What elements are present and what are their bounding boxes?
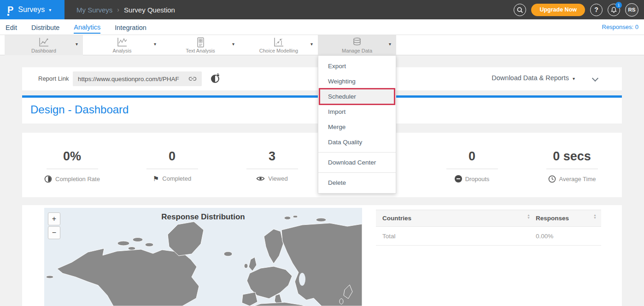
map-title: Response Distribution	[44, 212, 362, 222]
tab-manage-data[interactable]: Manage Data ▾	[318, 35, 396, 55]
tab-label: Choice Modelling	[240, 48, 318, 54]
product-nav: Edit Distribute Analytics Integration Re…	[0, 19, 644, 35]
menu-item-data-quality[interactable]: Data Quality	[318, 135, 396, 150]
link-icon[interactable]	[188, 75, 197, 83]
caret-down-icon: ▾	[573, 76, 575, 81]
page-title: Design - Dashboard	[30, 103, 129, 116]
menu-item-merge[interactable]: Merge	[318, 119, 396, 135]
tab-label: Text Analysis	[161, 48, 240, 54]
responses-count: Responses: 0	[602, 24, 639, 30]
stat-value: 0%	[22, 149, 122, 164]
menu-item-scheduler[interactable]: Scheduler	[318, 89, 396, 104]
top-bar: P Surveys ▾ My Surveys › Survey Question…	[0, 0, 644, 19]
menu-divider	[318, 152, 396, 153]
topbar-actions: Upgrade Now ? 1 RS	[514, 0, 638, 19]
upgrade-now-button[interactable]: Upgrade Now	[531, 4, 585, 16]
tab-dashboard[interactable]: Dashboard ▾	[5, 35, 83, 55]
report-link-label: Report Link	[38, 75, 69, 82]
stat-dropouts: 0 Dropouts	[422, 133, 522, 197]
total-label: Total	[382, 227, 396, 246]
tab-label: Dashboard	[5, 48, 83, 54]
question-mark-icon: ?	[594, 6, 598, 13]
breadcrumb: My Surveys › Survey Question	[76, 0, 175, 19]
download-data-reports-dropdown[interactable]: Download Data & Reports▾	[492, 74, 575, 82]
breadcrumb-separator-icon: ›	[117, 6, 119, 13]
surveys-product-switcher[interactable]: P Surveys ▾	[0, 0, 64, 19]
tab-label: Analysis	[83, 48, 161, 54]
questionpro-logo-icon: P	[7, 5, 13, 14]
minus-circle-icon	[455, 175, 462, 182]
column-header-countries[interactable]: Countries	[382, 210, 411, 226]
report-link-input[interactable]	[73, 71, 202, 86]
stat-average-time: 0 secs Average Time	[522, 133, 622, 197]
stat-label: Average Time	[559, 176, 596, 182]
database-icon	[351, 37, 363, 48]
dashboard-chart-icon	[38, 37, 50, 48]
nav-item-analytics[interactable]: Analytics	[74, 21, 100, 34]
tab-analysis[interactable]: Analysis ▾	[83, 35, 161, 55]
stat-value: 0	[122, 149, 222, 164]
clock-icon	[548, 175, 556, 183]
analytics-toolbar: Dashboard ▾ Analysis ▾ Text Analysis ▾ C…	[0, 35, 644, 55]
stat-value: 3	[222, 149, 322, 164]
sort-icon[interactable]: ▲▼	[593, 214, 597, 219]
avatar[interactable]: RS	[625, 3, 638, 17]
flag-icon: ⚑	[153, 175, 159, 182]
download-data-reports-label: Download Data & Reports	[492, 74, 569, 82]
zoom-in-button[interactable]: +	[48, 212, 60, 225]
caret-down-icon[interactable]: ▾	[76, 41, 78, 47]
menu-item-weighting[interactable]: Weighting	[318, 74, 396, 89]
menu-divider	[318, 172, 396, 173]
caret-down-icon[interactable]: ▾	[232, 41, 234, 47]
manage-data-menu: Export Weighting Scheduler Import Merge …	[318, 55, 396, 194]
search-icon	[516, 6, 523, 13]
stat-viewed: 3 Viewed	[222, 133, 322, 197]
help-button[interactable]: ?	[590, 4, 603, 16]
column-header-responses[interactable]: Responses	[536, 210, 569, 226]
world-map-svg	[44, 208, 362, 306]
chevron-down-icon[interactable]	[592, 76, 598, 81]
globe-lock-icon[interactable]	[210, 73, 221, 84]
breadcrumb-survey-question: Survey Question	[124, 6, 175, 14]
stat-value: 0	[422, 149, 522, 164]
table-row-total: Total 0.00%	[376, 227, 601, 246]
menu-item-delete[interactable]: Delete	[318, 175, 396, 190]
stat-completion-rate: 0% Completion Rate	[22, 133, 122, 197]
map-zoom-controls: + −	[48, 212, 60, 239]
zoom-out-button[interactable]: −	[48, 226, 60, 239]
contrast-icon	[44, 175, 52, 183]
nav-item-integration[interactable]: Integration	[115, 21, 146, 33]
countries-table-header: Countries ▲▼ Responses ▲▼	[376, 210, 601, 227]
caret-down-icon[interactable]: ▾	[154, 41, 156, 47]
breadcrumb-my-surveys[interactable]: My Surveys	[76, 6, 112, 14]
search-button[interactable]	[514, 4, 526, 16]
menu-item-download-center[interactable]: Download Center	[318, 155, 396, 170]
countries-table: Countries ▲▼ Responses ▲▼ Total 0.00%	[376, 210, 601, 246]
choice-modelling-icon	[273, 37, 285, 48]
surveys-label: Surveys	[18, 6, 45, 14]
response-distribution-card: Response Distribution + − Countries ▲▼ R…	[22, 205, 622, 306]
caret-down-icon[interactable]: ▾	[389, 41, 391, 47]
stat-label: Viewed	[268, 175, 287, 182]
stat-value: 0 secs	[522, 149, 622, 164]
caret-down-icon: ▾	[49, 7, 51, 12]
tab-label: Manage Data	[318, 48, 396, 54]
text-analysis-icon	[194, 37, 206, 48]
nav-item-edit[interactable]: Edit	[6, 21, 17, 33]
sort-icon[interactable]: ▲▼	[527, 214, 530, 219]
menu-item-export[interactable]: Export	[318, 59, 396, 74]
app-root: P Surveys ▾ My Surveys › Survey Question…	[0, 0, 644, 306]
notifications-button[interactable]: 1	[608, 4, 620, 16]
notification-badge: 1	[615, 2, 622, 8]
eye-icon	[256, 175, 265, 182]
caret-down-icon[interactable]: ▾	[310, 41, 313, 47]
stat-label: Dropouts	[465, 176, 490, 182]
stat-label: Completed	[162, 175, 191, 182]
tab-choice-modelling[interactable]: Choice Modelling ▾	[240, 35, 318, 55]
world-map[interactable]: Response Distribution + −	[44, 208, 362, 306]
stat-label: Completion Rate	[55, 176, 100, 182]
tab-text-analysis[interactable]: Text Analysis ▾	[161, 35, 240, 55]
total-value: 0.00%	[536, 227, 553, 246]
menu-item-import[interactable]: Import	[318, 104, 396, 119]
nav-item-distribute[interactable]: Distribute	[31, 21, 59, 33]
